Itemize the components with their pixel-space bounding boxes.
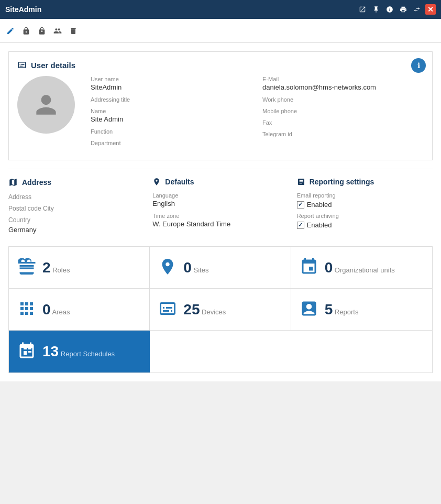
email-reporting-checkbox-row: Enabled [297, 201, 433, 209]
org-units-icon [300, 257, 318, 278]
devices-icon [158, 299, 177, 320]
toolbar [0, 19, 441, 43]
report-archiving-checkbox-label: Enabled [307, 221, 332, 229]
email-reporting-label: Email reporting [297, 192, 433, 199]
reporting-header: Reporting settings [297, 178, 433, 186]
address-section: Address Address Postal code City Country… [8, 178, 144, 238]
language-field: Language English [152, 192, 288, 207]
delete-icon[interactable] [69, 27, 78, 35]
title-bar-icons: ✕ [357, 4, 436, 15]
timezone-label: Time zone [152, 213, 288, 219]
lock-icon[interactable] [22, 27, 30, 35]
avatar-area [17, 76, 80, 151]
unlock-icon[interactable] [38, 27, 46, 35]
reports-stat-card[interactable]: 5 Reports [291, 289, 432, 331]
close-icon[interactable]: ✕ [425, 4, 436, 15]
mobile-phone-field: Mobile phone [262, 108, 424, 114]
username-label: User name [91, 76, 252, 82]
department-field: Department [91, 140, 252, 146]
work-phone-label: Work phone [262, 96, 424, 103]
empty-cell-2 [291, 331, 432, 372]
department-label: Department [91, 140, 252, 146]
reporting-section: Reporting settings Email reporting Enabl… [297, 178, 433, 238]
report-archiving-checkbox[interactable] [297, 222, 304, 229]
sites-icon [158, 257, 177, 278]
info-button[interactable]: ℹ [411, 58, 426, 73]
address-label: Address [8, 193, 144, 201]
stats-grid: 2 Roles 0 Sites 0 Organizational units [8, 246, 433, 373]
user-details-title: User details [31, 61, 75, 70]
mobile-phone-label: Mobile phone [262, 108, 424, 114]
users-icon[interactable] [53, 27, 62, 35]
avatar [17, 76, 75, 134]
defaults-title: Defaults [165, 178, 194, 186]
address-header: Address [8, 178, 144, 187]
fax-label: Fax [262, 119, 424, 126]
devices-label: Devices [202, 308, 226, 316]
app-title: SiteAdmin [5, 5, 41, 14]
name-field: Name Site Admin [91, 108, 252, 123]
country-label: Country [8, 216, 144, 224]
function-field: Function [91, 128, 252, 135]
reports-icon [300, 299, 318, 320]
email-value: daniela.solomon@hms-networks.com [262, 83, 424, 91]
roles-count: 2 [42, 259, 51, 276]
org-units-stat-card[interactable]: 0 Organizational units [291, 247, 432, 289]
edit-icon[interactable] [6, 27, 15, 35]
sites-count: 0 [183, 259, 192, 276]
report-schedules-count: 13 [42, 343, 59, 359]
addressing-title-field: Addressing title [91, 96, 252, 103]
email-reporting-checkbox-label: Enabled [307, 201, 332, 209]
report-schedules-stat-card[interactable]: 13 Report Schedules [9, 331, 150, 372]
name-value: Site Admin [91, 115, 252, 123]
report-schedules-label: Report Schedules [61, 350, 115, 358]
roles-label: Roles [52, 266, 70, 274]
reports-count: 5 [325, 301, 333, 317]
telegram-field: Telegram id [262, 131, 424, 137]
timezone-value: W. Europe Standard Time [152, 220, 288, 228]
areas-icon [17, 299, 36, 320]
reporting-title: Reporting settings [310, 178, 374, 186]
areas-stat-card[interactable]: 0 Areas [9, 289, 150, 331]
timezone-field: Time zone W. Europe Standard Time [152, 213, 288, 228]
sites-label: Sites [194, 266, 209, 274]
schedule-icon [17, 342, 36, 362]
report-archiving-label: Report archiving [297, 213, 433, 219]
user-details-section: User details User name SiteAdmin Address… [8, 51, 433, 160]
defaults-header: Defaults [152, 178, 288, 186]
areas-count: 0 [42, 301, 51, 317]
external-link-icon[interactable] [357, 4, 368, 15]
org-units-label: Organizational units [335, 266, 395, 274]
username-field: User name SiteAdmin [91, 76, 252, 91]
org-units-count: 0 [325, 259, 333, 276]
user-fields-left: User name SiteAdmin Addressing title Nam… [91, 76, 252, 151]
roles-stat-card[interactable]: 2 Roles [9, 247, 150, 289]
user-details-header: User details [17, 60, 424, 70]
defaults-section: Defaults Language English Time zone W. E… [152, 178, 288, 238]
language-value: English [152, 200, 288, 207]
function-label: Function [91, 128, 252, 135]
transfer-icon[interactable] [412, 4, 422, 15]
addressing-title-label: Addressing title [91, 96, 252, 103]
username-value: SiteAdmin [91, 83, 252, 91]
fax-field: Fax [262, 119, 424, 126]
print-icon[interactable] [398, 4, 409, 15]
pin-icon[interactable] [371, 4, 381, 15]
language-label: Language [152, 192, 288, 199]
empty-cell-1 [150, 331, 291, 372]
info-icon[interactable] [384, 4, 395, 15]
devices-count: 25 [183, 301, 200, 317]
email-label: E-Mail [262, 76, 424, 82]
telegram-label: Telegram id [262, 131, 424, 137]
sites-stat-card[interactable]: 0 Sites [150, 247, 291, 289]
postal-city-label: Postal code City [8, 205, 144, 212]
name-label: Name [91, 108, 252, 114]
email-field: E-Mail daniela.solomon@hms-networks.com [262, 76, 424, 91]
address-title: Address [22, 178, 51, 187]
devices-stat-card[interactable]: 25 Devices [150, 289, 291, 331]
report-archiving-checkbox-row: Enabled [297, 221, 433, 229]
main-content: User details User name SiteAdmin Address… [0, 43, 441, 381]
user-details-body: User name SiteAdmin Addressing title Nam… [17, 76, 424, 151]
title-bar: SiteAdmin ✕ [0, 0, 441, 19]
email-reporting-checkbox[interactable] [297, 201, 304, 209]
